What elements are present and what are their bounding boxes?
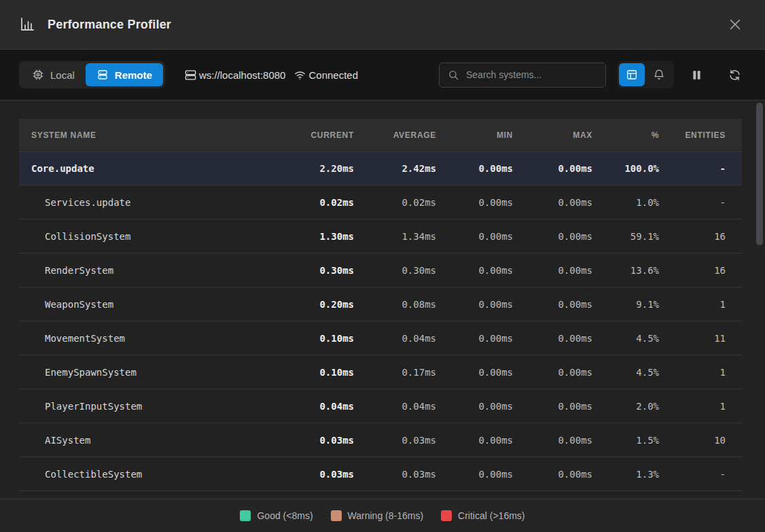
table-row[interactable]: WeaponSystem0.20ms0.08ms0.00ms0.00ms9.1%… — [19, 287, 742, 321]
cell-min: 0.00ms — [436, 435, 513, 446]
cell-system-name: MovementSystem — [19, 333, 272, 344]
cell-average: 0.04ms — [354, 333, 436, 344]
cell-system-name: EnemySpawnSystem — [19, 367, 272, 378]
cell-max: 0.00ms — [513, 469, 592, 480]
column-header-entities[interactable]: ENTITIES — [659, 130, 742, 140]
warning-swatch — [331, 510, 342, 521]
cell-percent: 1.0% — [592, 197, 659, 208]
cell-entities: 1 — [659, 401, 742, 412]
bar-chart-icon — [19, 16, 35, 33]
close-icon — [728, 17, 743, 32]
window-titlebar: Performance Profiler — [0, 0, 765, 50]
table-row[interactable]: EnemySpawnSystem0.10ms0.17ms0.00ms0.00ms… — [19, 355, 742, 389]
cell-average: 0.02ms — [354, 197, 436, 208]
cell-average: 0.30ms — [354, 265, 436, 276]
cell-current: 0.03ms — [272, 469, 354, 480]
column-header-max[interactable]: MAX — [513, 130, 592, 140]
cell-min: 0.00ms — [436, 231, 513, 242]
cell-min: 0.00ms — [436, 265, 513, 276]
cell-percent: 2.0% — [592, 401, 659, 412]
cell-current: 0.02ms — [272, 197, 354, 208]
local-source-button[interactable]: Local — [21, 63, 86, 86]
cell-percent: 9.1% — [592, 299, 659, 310]
table-row[interactable]: CollisionSystem1.30ms1.34ms0.00ms0.00ms5… — [19, 219, 742, 253]
page-title: Performance Profiler — [48, 18, 171, 32]
search-box — [439, 63, 606, 88]
cell-percent: 100.0% — [592, 163, 659, 174]
cell-entities: 1 — [659, 299, 742, 310]
cell-min: 0.00ms — [436, 333, 513, 344]
cell-current: 0.10ms — [272, 333, 354, 344]
cell-current: 0.03ms — [272, 435, 354, 446]
cell-average: 2.42ms — [354, 163, 436, 174]
legend-good-label: Good (<8ms) — [257, 510, 313, 521]
column-header-average[interactable]: AVERAGE — [354, 130, 436, 140]
cell-entities: 16 — [659, 231, 742, 242]
cell-system-name: Core.update — [19, 163, 272, 174]
connection-url: ws://localhost:8080 — [199, 69, 286, 81]
cell-average: 0.03ms — [354, 435, 436, 446]
refresh-icon — [728, 69, 741, 82]
remote-source-button[interactable]: Remote — [86, 63, 163, 86]
cell-system-name: CollisionSystem — [19, 231, 272, 242]
cell-percent: 13.6% — [592, 265, 659, 276]
cell-current: 0.20ms — [272, 299, 354, 310]
cell-system-name: WeaponSystem — [19, 299, 272, 310]
cell-max: 0.00ms — [513, 231, 592, 242]
column-header-min[interactable]: MIN — [436, 130, 513, 140]
cell-max: 0.00ms — [513, 265, 592, 276]
cell-percent: 59.1% — [592, 231, 659, 242]
performance-profiler-window: Performance Profiler Local — [0, 0, 765, 532]
cell-entities: - — [659, 197, 742, 208]
local-source-label: Local — [50, 69, 75, 81]
connection-status: Connected — [308, 69, 358, 81]
cell-system-name: RenderSystem — [19, 265, 272, 276]
cell-min: 0.00ms — [436, 469, 513, 480]
table-row[interactable]: AISystem0.03ms0.03ms0.00ms0.00ms1.5%10 — [19, 423, 742, 457]
table-row[interactable]: RenderSystem0.30ms0.30ms0.00ms0.00ms13.6… — [19, 253, 742, 287]
search-icon — [448, 69, 459, 81]
systems-table: SYSTEM NAME CURRENT AVERAGE MIN MAX % EN… — [19, 119, 742, 491]
toolbar: Local Remote — [0, 50, 765, 101]
column-header-system-name[interactable]: SYSTEM NAME — [19, 130, 272, 140]
alerts-button[interactable] — [646, 63, 672, 86]
cell-average: 0.04ms — [354, 401, 436, 412]
table-row[interactable]: PlayerInputSystem0.04ms0.04ms0.00ms0.00m… — [19, 389, 742, 423]
close-button[interactable] — [724, 14, 746, 35]
cell-current: 0.04ms — [272, 401, 354, 412]
cell-max: 0.00ms — [513, 367, 592, 378]
scrollbar-thumb[interactable] — [756, 103, 763, 245]
cell-max: 0.00ms — [513, 333, 592, 344]
column-header-current[interactable]: CURRENT — [272, 130, 354, 140]
cell-max: 0.00ms — [513, 401, 592, 412]
legend-item-warning: Warning (8-16ms) — [331, 510, 424, 521]
table-row[interactable]: MovementSystem0.10ms0.04ms0.00ms0.00ms4.… — [19, 321, 742, 355]
pause-button[interactable] — [685, 63, 708, 86]
table-row[interactable]: Core.update2.20ms2.42ms0.00ms0.00ms100.0… — [19, 152, 742, 185]
good-swatch — [240, 510, 251, 521]
wifi-icon — [293, 69, 306, 82]
legend-critical-label: Critical (>16ms) — [458, 510, 524, 521]
cell-min: 0.00ms — [436, 367, 513, 378]
table-view-icon — [626, 69, 638, 81]
legend-warning-label: Warning (8-16ms) — [348, 510, 424, 521]
table-row[interactable]: CollectibleSystem0.03ms0.03ms0.00ms0.00m… — [19, 457, 742, 491]
cell-system-name: CollectibleSystem — [19, 469, 272, 480]
cell-current: 1.30ms — [272, 231, 354, 242]
cell-min: 0.00ms — [436, 299, 513, 310]
bell-icon — [653, 69, 665, 81]
cell-current: 0.10ms — [272, 367, 354, 378]
cell-entities: - — [659, 469, 742, 480]
table-row[interactable]: Services.update0.02ms0.02ms0.00ms0.00ms1… — [19, 185, 742, 219]
cell-max: 0.00ms — [513, 163, 592, 174]
pause-icon — [690, 69, 703, 82]
table-view-button[interactable] — [619, 63, 645, 86]
refresh-button[interactable] — [723, 63, 746, 86]
search-input[interactable] — [466, 69, 597, 80]
view-toggle-group — [617, 61, 674, 88]
cell-max: 0.00ms — [513, 299, 592, 310]
cell-current: 2.20ms — [272, 163, 354, 174]
column-header-percent[interactable]: % — [592, 130, 659, 140]
legend-bar: Good (<8ms) Warning (8-16ms) Critical (>… — [0, 499, 765, 532]
legend-item-critical: Critical (>16ms) — [441, 510, 524, 521]
